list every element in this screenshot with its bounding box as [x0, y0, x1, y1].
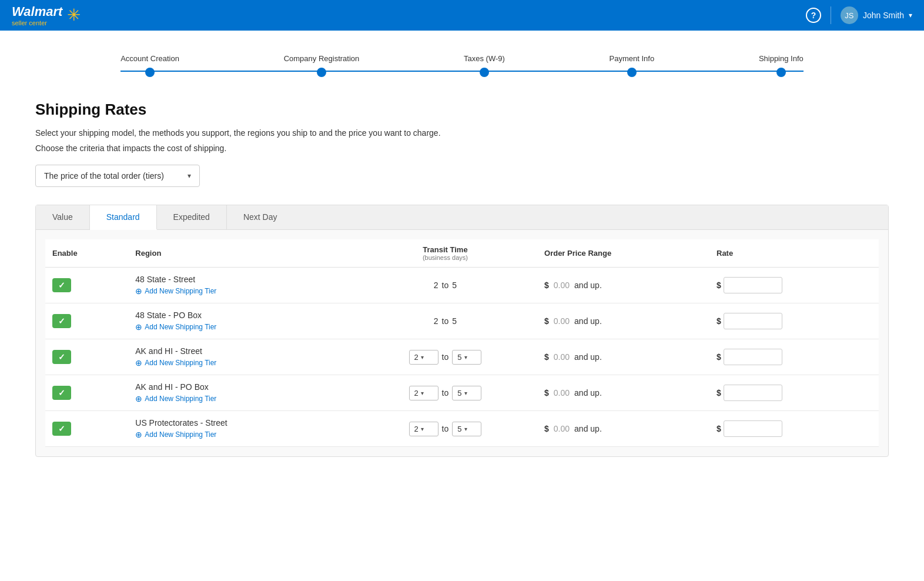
rate-cell-3: $: [709, 375, 879, 411]
region-cell-0: 48 State - Street ⊕ Add New Shipping Tie…: [128, 268, 353, 303]
add-tier-link-3[interactable]: ⊕ Add New Shipping Tier: [135, 394, 346, 403]
transit-to-label-4: to: [442, 424, 449, 433]
price-value-0: 0.00: [554, 281, 570, 290]
checkbox-wrapper-4: ✓: [52, 422, 121, 436]
dropdown-arrow-icon: ▾: [188, 172, 191, 180]
tab-expedited[interactable]: Expedited: [157, 205, 227, 229]
add-tier-link-0[interactable]: ⊕ Add New Shipping Tier: [135, 286, 346, 296]
table-row: ✓ US Protectorates - Street ⊕ Add New Sh…: [45, 411, 879, 447]
region-name-2: AK and HI - Street: [135, 346, 346, 356]
col-enable: Enable: [45, 239, 128, 268]
tab-value[interactable]: Value: [36, 205, 90, 229]
page-title: Shipping Rates: [35, 101, 889, 119]
table-row: ✓ AK and HI - PO Box ⊕ Add New Shipping …: [45, 375, 879, 411]
avatar: JS: [841, 6, 858, 24]
price-cell-4: $ 0.00 and up.: [537, 411, 709, 447]
rate-input-0[interactable]: [724, 277, 782, 293]
transit-to-1: 5: [452, 316, 457, 326]
transit-fields-3: 2 ▾ to 5 ▾: [360, 386, 530, 400]
criteria-dropdown[interactable]: The price of the total order (tiers) ▾: [35, 165, 200, 187]
region-cell-1: 48 State - PO Box ⊕ Add New Shipping Tie…: [128, 303, 353, 339]
transit-fields-1: 2 to 5: [360, 316, 530, 326]
select-arrow-icon: ▾: [421, 354, 424, 360]
rate-cell-4: $: [709, 411, 879, 447]
transit-to-label-1: to: [442, 316, 449, 326]
transit-from-select-4[interactable]: 2 ▾: [409, 422, 438, 436]
enable-checkbox-0[interactable]: ✓: [52, 278, 71, 292]
step-dot-3: [480, 68, 489, 77]
rate-field-1: $: [717, 313, 872, 329]
price-value-3: 0.00: [554, 388, 570, 398]
rate-dollar-3: $: [717, 388, 721, 398]
enable-checkbox-4[interactable]: ✓: [52, 422, 71, 436]
rate-cell-0: $: [709, 268, 879, 303]
rate-dollar-4: $: [717, 424, 721, 433]
checkbox-wrapper-0: ✓: [52, 278, 121, 292]
enable-checkbox-3[interactable]: ✓: [52, 386, 71, 400]
rate-input-2[interactable]: [724, 349, 782, 365]
transit-from-select-2[interactable]: 2 ▾: [409, 350, 438, 365]
spark-icon: ✳: [67, 7, 81, 24]
add-tier-icon-2: ⊕: [135, 358, 142, 368]
price-cell-1: $ 0.00 and up.: [537, 303, 709, 339]
help-button[interactable]: ?: [806, 8, 821, 23]
select-arrow-icon-4b: ▾: [464, 426, 467, 432]
criteria-dropdown-value: The price of the total order (tiers): [44, 171, 164, 181]
transit-to-select-2[interactable]: 5 ▾: [452, 350, 481, 365]
rate-field-3: $: [717, 385, 872, 401]
user-menu[interactable]: JS John Smith ▾: [841, 6, 912, 24]
step-dot-2: [317, 68, 326, 77]
transit-to-select-4[interactable]: 5 ▾: [452, 422, 481, 436]
add-tier-link-2[interactable]: ⊕ Add New Shipping Tier: [135, 358, 346, 368]
transit-to-select-3[interactable]: 5 ▾: [452, 386, 481, 400]
enable-cell-2: ✓: [45, 339, 128, 375]
checkbox-wrapper-2: ✓: [52, 350, 121, 364]
col-order-price-range: Order Price Range: [537, 239, 709, 268]
add-tier-icon-1: ⊕: [135, 322, 142, 332]
table-wrapper: Enable Region Transit Time (business day…: [36, 230, 888, 456]
transit-fields-2: 2 ▾ to 5 ▾: [360, 350, 530, 365]
transit-cell-3: 2 ▾ to 5 ▾: [353, 375, 537, 411]
rate-input-3[interactable]: [724, 385, 782, 401]
transit-from-0: 2: [434, 281, 438, 290]
enable-cell-1: ✓: [45, 303, 128, 339]
transit-cell-1: 2 to 5: [353, 303, 537, 339]
and-up-1: and up.: [574, 316, 602, 326]
dollar-icon-3: $: [544, 388, 549, 398]
tab-standard[interactable]: Standard: [90, 205, 157, 230]
select-arrow-icon-2: ▾: [464, 354, 467, 360]
transit-to-label-2: to: [442, 352, 449, 362]
step-account-creation: Account Creation: [120, 54, 179, 77]
walmart-text: Walmart seller center: [12, 4, 62, 26]
header-right: ? JS John Smith ▾: [806, 6, 912, 24]
add-tier-link-4[interactable]: ⊕ Add New Shipping Tier: [135, 430, 346, 439]
chevron-down-icon: ▾: [909, 11, 912, 19]
region-cell-3: AK and HI - PO Box ⊕ Add New Shipping Ti…: [128, 375, 353, 411]
region-cell-2: AK and HI - Street ⊕ Add New Shipping Ti…: [128, 339, 353, 375]
header: Walmart seller center ✳ ? JS John Smith …: [0, 0, 924, 31]
dollar-icon-4: $: [544, 424, 549, 433]
region-cell-4: US Protectorates - Street ⊕ Add New Ship…: [128, 411, 353, 447]
add-tier-link-1[interactable]: ⊕ Add New Shipping Tier: [135, 322, 346, 332]
price-value-1: 0.00: [554, 316, 570, 326]
dollar-icon-0: $: [544, 281, 549, 290]
tab-next-day[interactable]: Next Day: [227, 205, 294, 229]
add-tier-icon-4: ⊕: [135, 430, 142, 439]
price-value-4: 0.00: [554, 424, 570, 433]
enable-cell-3: ✓: [45, 375, 128, 411]
col-region: Region: [128, 239, 353, 268]
rate-input-4[interactable]: [724, 420, 782, 437]
table-row: ✓ 48 State - PO Box ⊕ Add New Shipping T…: [45, 303, 879, 339]
dollar-icon-1: $: [544, 316, 549, 326]
transit-from-1: 2: [434, 316, 438, 326]
rate-field-2: $: [717, 349, 872, 365]
transit-to-0: 5: [452, 281, 457, 290]
select-arrow-icon-3b: ▾: [464, 390, 467, 396]
rate-dollar-0: $: [717, 281, 721, 290]
transit-from-select-3[interactable]: 2 ▾: [409, 386, 438, 400]
rate-input-1[interactable]: [724, 313, 782, 329]
enable-checkbox-2[interactable]: ✓: [52, 350, 71, 364]
checkbox-wrapper-3: ✓: [52, 386, 121, 400]
header-divider: [831, 6, 831, 24]
enable-checkbox-1[interactable]: ✓: [52, 314, 71, 328]
